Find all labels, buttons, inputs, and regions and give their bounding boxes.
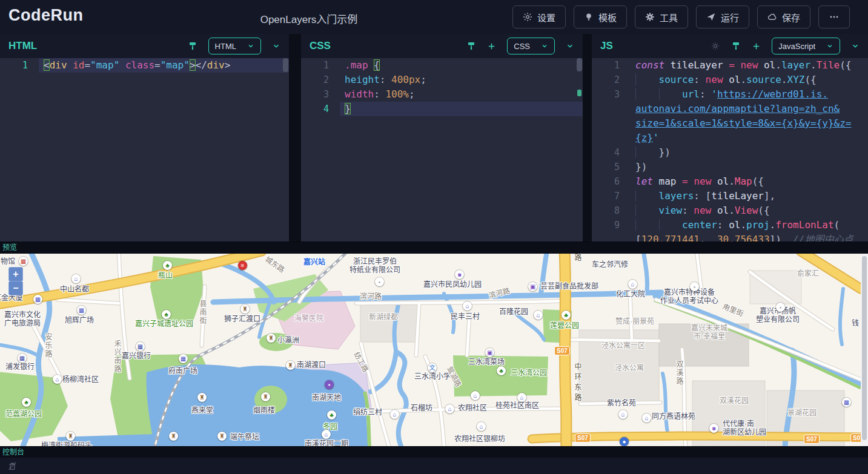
map-label: 车之邻汽修: [592, 260, 628, 269]
js-panel-collapse-icon[interactable]: [851, 42, 860, 50]
map-label: 嘉兴未来城 市·幸福里: [691, 324, 727, 341]
editor-overview-mark: [577, 90, 581, 96]
js-panel: JS JavaScript 1const tileLayer = new ol.…: [592, 34, 868, 242]
code-line: 2height: 400px;: [301, 73, 583, 87]
line-number: 1: [592, 58, 631, 73]
console-output: [0, 458, 868, 474]
html-code-editor[interactable]: 1<div id="map" class="map"></div>: [0, 58, 289, 242]
html-panel-header: HTML HTML: [0, 34, 289, 58]
html-language-value: HTML: [215, 42, 236, 51]
gear-icon: [523, 12, 532, 22]
js-panel-header: JS JavaScript: [592, 34, 868, 58]
map-label: 绢纺三村: [353, 408, 382, 416]
map-zoom-in-button[interactable]: +: [8, 267, 23, 281]
templates-button[interactable]: 模板: [574, 5, 627, 28]
preview-scrollbar[interactable]: [861, 254, 868, 446]
pavilion-icon: ♜: [66, 432, 75, 441]
code-line: 4 }): [592, 145, 868, 160]
line-number: 8: [592, 203, 631, 218]
save-label: 保存: [782, 11, 800, 24]
market-icon: ▣: [485, 348, 494, 357]
cloud-icon: [767, 12, 777, 22]
house-icon: ⌂: [71, 274, 81, 283]
bank-icon: ▦: [136, 342, 145, 351]
css-panel: CSS CSS 1.map {2height: 400px;3width: 10…: [301, 34, 583, 242]
house-icon: ⌂: [642, 413, 651, 423]
run-button[interactable]: 运行: [696, 5, 749, 28]
line-number: 1: [0, 58, 39, 73]
map-label: 莲礐公园: [550, 321, 579, 330]
format-paint-icon[interactable]: [731, 41, 741, 51]
map-label: 路: [573, 254, 581, 264]
map-zoom-out-button[interactable]: −: [8, 281, 23, 295]
tree-icon: ♣: [327, 410, 336, 420]
dot-icon: ●: [776, 303, 785, 312]
house-icon: ⌂: [445, 404, 454, 413]
settings-button[interactable]: 设置: [512, 5, 566, 28]
css-language-select[interactable]: CSS: [507, 38, 555, 54]
js-code-editor[interactable]: 1const tileLayer = new ol.layer.Tile({2 …: [592, 58, 868, 242]
code-line: 9 center: ol.proj.fromLonLat(: [592, 218, 868, 232]
editor-panels: HTML HTML 1<div id="map" class="map"></d…: [0, 34, 868, 242]
bank-icon: ▦: [18, 354, 27, 363]
html-language-select[interactable]: HTML: [208, 38, 261, 54]
pavilion-icon: ♜: [197, 393, 207, 402]
map-label: 泾水公寓一区: [601, 341, 645, 350]
map-label: 同方燕语林苑: [652, 412, 695, 421]
map-label: 泾水公寓: [615, 364, 644, 372]
html-panel-collapse-icon[interactable]: [272, 42, 280, 50]
chevron-down-icon: [541, 42, 548, 50]
sun-icon[interactable]: [711, 41, 720, 51]
building-icon: ▦: [77, 306, 86, 315]
clear-console-icon[interactable]: [7, 461, 18, 471]
market-icon: ▣: [528, 282, 537, 291]
line-number: 3: [592, 87, 631, 102]
code-line: 2 source: new ol.source.XYZ({: [592, 73, 868, 87]
map-label: 紫竹名苑: [607, 399, 636, 407]
house-icon: ⌂: [53, 375, 62, 384]
format-paint-icon[interactable]: [466, 41, 476, 51]
js-language-select[interactable]: JavaScript: [772, 38, 840, 54]
map-label: 双溪路: [675, 360, 683, 386]
map-label: 钱: [852, 319, 859, 328]
html-panel-title: HTML: [8, 40, 37, 52]
map-label: 禾兴南路: [113, 340, 121, 374]
map-label: S07: [804, 435, 820, 444]
console-bar: 控制台: [0, 446, 868, 458]
map-label: 新湖绿都: [369, 313, 398, 321]
map-label: 城东路: [263, 255, 287, 274]
school-icon: 文: [428, 363, 437, 372]
bag-icon: ▪: [325, 380, 334, 389]
code-line: [120.771441, 30.756433]) //地图中心点: [592, 232, 868, 242]
map-preview[interactable]: 物馆瓶山中山名都汇金大厦嘉兴市文化 广电旅游局旭辉广场嘉兴子城遗址公园县南街安乐…: [0, 254, 861, 446]
editor-scrollbar-thumb[interactable]: [283, 58, 288, 72]
add-file-icon[interactable]: [752, 42, 761, 51]
map-label: 滨河路: [360, 292, 382, 301]
css-code-editor[interactable]: 1.map {2height: 400px;3width: 100%;4}: [301, 58, 583, 242]
format-paint-icon[interactable]: [188, 41, 197, 51]
map-label: 梅湾街游船码头: [41, 441, 92, 446]
editor-scrollbar-thumb[interactable]: [577, 58, 582, 71]
add-file-icon[interactable]: [487, 42, 496, 51]
more-button[interactable]: [818, 5, 850, 28]
code-line: 7 layers: [tileLayer],: [592, 189, 868, 203]
css-panel-header: CSS CSS: [301, 34, 583, 58]
save-button[interactable]: 保存: [757, 5, 810, 28]
map-label: 烟雨楼: [253, 406, 275, 415]
tag-icon: ■: [709, 424, 718, 433]
map-label: 滨河路: [488, 286, 511, 300]
map-label: S07: [575, 433, 591, 443]
compass-icon: ●: [620, 437, 629, 446]
preview-scrollbar-thumb[interactable]: [862, 256, 867, 440]
code-line: autonavi.com/appmaptile?lang=zh_cn&: [592, 102, 868, 116]
house-icon: ⌂: [471, 391, 480, 400]
css-panel-collapse-icon[interactable]: [566, 42, 574, 50]
map-label: 民丰三村: [451, 312, 480, 321]
line-number: [592, 102, 631, 116]
html-panel: HTML HTML 1<div id="map" class="map"></d…: [0, 34, 289, 242]
building-icon: ▦: [179, 354, 188, 363]
map-label: 嘉兴市民凤幼儿园: [423, 280, 482, 289]
map-label: 安乐路: [44, 333, 52, 358]
tools-button[interactable]: 工具: [635, 5, 688, 28]
code-line: 1.map {: [301, 58, 583, 73]
